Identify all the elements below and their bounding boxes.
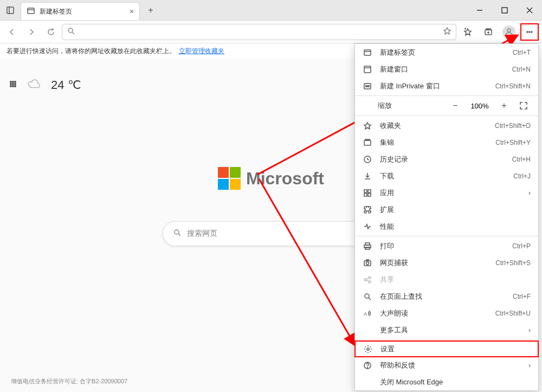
print-icon	[363, 242, 372, 250]
svg-line-32	[178, 234, 180, 236]
menu-find[interactable]: 在页面上查找 Ctrl+F	[355, 288, 538, 305]
search-box[interactable]: 搜索网页	[163, 221, 379, 246]
svg-point-64	[367, 348, 369, 350]
menu-downloads[interactable]: 下载 Ctrl+J	[355, 168, 538, 184]
search-icon	[173, 228, 182, 239]
maximize-button[interactable]	[492, 0, 517, 20]
svg-point-58	[369, 281, 371, 283]
download-icon	[363, 172, 372, 181]
menu-new-tab[interactable]: 新建标签页 Ctrl+T	[355, 44, 538, 61]
svg-rect-41	[364, 140, 371, 145]
menu-web-capture[interactable]: 网页捕获 Ctrl+Shift+S	[355, 254, 538, 271]
manage-favorites-link[interactable]: 立即管理收藏夹	[179, 47, 224, 56]
menu-settings[interactable]: 设置	[354, 340, 539, 357]
menu-extensions[interactable]: 扩展	[355, 201, 538, 218]
performance-icon	[363, 222, 372, 231]
svg-point-39	[368, 85, 370, 87]
svg-point-23	[12, 81, 14, 83]
menu-help[interactable]: 帮助和反馈 ›	[355, 357, 538, 374]
chevron-right-icon: ›	[528, 189, 531, 197]
svg-point-28	[10, 86, 12, 87]
svg-rect-55	[366, 260, 369, 261]
microsoft-logo-text: Microsoft	[246, 169, 324, 189]
menu-apps[interactable]: 应用 ›	[355, 184, 538, 201]
svg-marker-11	[464, 29, 471, 35]
svg-point-29	[12, 86, 14, 87]
svg-rect-2	[28, 8, 34, 14]
svg-point-31	[175, 230, 179, 234]
profile-button[interactable]	[500, 23, 518, 41]
menu-favorites[interactable]: 收藏夹 Ctrl+Shift+O	[355, 117, 538, 134]
svg-point-19	[527, 31, 528, 33]
zoom-in-button[interactable]: +	[497, 99, 511, 113]
new-tab-button[interactable]: +	[142, 0, 159, 20]
avatar-icon	[502, 25, 515, 38]
svg-point-30	[15, 86, 16, 87]
fullscreen-button[interactable]	[517, 99, 531, 113]
menu-close-edge[interactable]: 关闭 Microsoft Edge	[355, 374, 538, 390]
menu-new-inprivate[interactable]: 新建 InPrivate 窗口 Ctrl+Shift+N	[355, 78, 538, 94]
gear-icon	[363, 345, 373, 354]
apps-icon	[363, 189, 372, 197]
svg-rect-5	[502, 8, 507, 13]
tab-close-button[interactable]: ×	[130, 7, 134, 16]
svg-line-60	[366, 280, 369, 281]
tab-title: 新建标签页	[40, 7, 125, 16]
menu-performance[interactable]: 性能	[355, 218, 538, 235]
collections-button[interactable]	[479, 23, 498, 41]
favorites-button[interactable]	[459, 23, 477, 41]
search-placeholder: 搜索网页	[187, 229, 217, 239]
favorite-star-button[interactable]	[443, 27, 451, 37]
help-icon	[363, 361, 372, 370]
microsoft-logo: Microsoft	[218, 167, 324, 190]
svg-rect-49	[368, 194, 371, 196]
share-icon	[363, 275, 372, 284]
svg-point-8	[68, 28, 73, 33]
svg-rect-42	[365, 139, 370, 140]
menu-more-tools[interactable]: 更多工具 ›	[355, 322, 538, 338]
zoom-out-button[interactable]: −	[448, 99, 462, 113]
titlebar: 新建标签页 × +	[0, 0, 542, 21]
temperature-value[interactable]: 24 ℃	[51, 78, 81, 92]
svg-text:A: A	[364, 311, 367, 317]
inprivate-icon	[363, 82, 372, 91]
svg-marker-40	[364, 123, 371, 129]
menu-zoom-row: 缩放 − 100% +	[355, 97, 538, 114]
svg-point-25	[10, 83, 12, 85]
menu-collections[interactable]: 集锦 Ctrl+Shift+Y	[355, 134, 538, 151]
svg-point-27	[15, 83, 16, 85]
svg-rect-15	[486, 29, 491, 30]
minimize-button[interactable]	[467, 0, 492, 20]
chevron-right-icon: ›	[528, 326, 531, 334]
menu-history[interactable]: 历史记录 Ctrl+H	[355, 151, 538, 168]
microsoft-logo-icon	[218, 167, 241, 190]
toolbar	[0, 21, 542, 43]
refresh-button[interactable]	[42, 23, 60, 41]
menu-read-aloud[interactable]: A 大声朗读 Ctrl+Shift+U	[355, 305, 538, 322]
svg-rect-47	[368, 190, 371, 192]
forward-button[interactable]	[23, 23, 40, 41]
apps-grid-icon[interactable]	[9, 80, 17, 91]
zoom-value: 100%	[468, 102, 492, 110]
menu-print[interactable]: 打印 Ctrl+P	[355, 237, 538, 254]
svg-rect-52	[365, 247, 370, 249]
back-button[interactable]	[3, 23, 21, 41]
address-bar[interactable]	[62, 24, 456, 40]
close-window-button[interactable]	[517, 0, 542, 20]
menu-share: 共享	[355, 271, 538, 288]
window-icon	[363, 65, 372, 74]
svg-point-24	[15, 81, 16, 83]
browser-tab[interactable]: 新建标签页 ×	[21, 2, 140, 20]
more-menu-button[interactable]	[520, 23, 539, 41]
read-aloud-icon: A	[363, 309, 372, 318]
top-widgets: 24 ℃	[9, 78, 81, 92]
menu-new-window[interactable]: 新建窗口 Ctrl+N	[355, 61, 538, 78]
svg-rect-48	[364, 194, 367, 196]
weather-icon[interactable]	[27, 79, 41, 91]
svg-point-57	[369, 277, 371, 279]
svg-rect-0	[7, 7, 14, 14]
svg-point-66	[367, 367, 368, 368]
history-icon	[363, 155, 372, 164]
tab-actions-button[interactable]	[0, 0, 21, 20]
capture-icon	[363, 259, 372, 267]
